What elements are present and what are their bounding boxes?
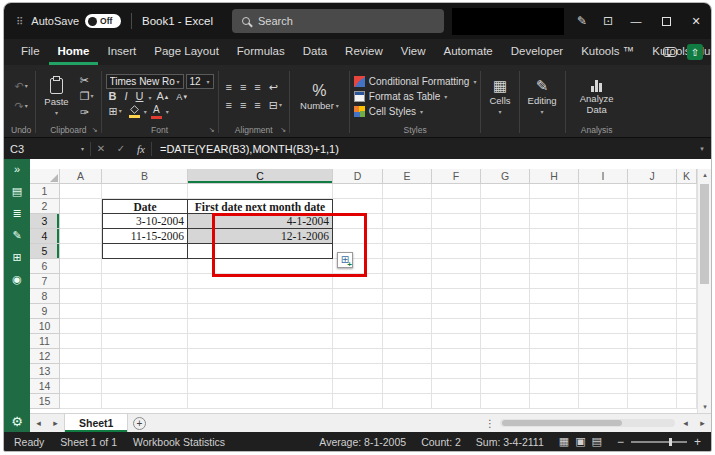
cell-J11[interactable]: [628, 334, 677, 349]
cell-A15[interactable]: [60, 394, 102, 409]
cell-A8[interactable]: [60, 289, 102, 304]
row-header-3[interactable]: 3: [30, 214, 60, 229]
close-button[interactable]: ✕: [681, 3, 711, 39]
confirm-entry-icon[interactable]: ✓: [111, 143, 131, 154]
cell-G12[interactable]: [481, 349, 530, 364]
top-align-button[interactable]: ≡: [223, 81, 235, 94]
cell-C3[interactable]: 4-1-2004: [188, 214, 333, 229]
cell-D2[interactable]: [333, 199, 383, 214]
cell-E6[interactable]: [383, 259, 432, 274]
cell-J8[interactable]: [628, 289, 677, 304]
zoom-slider[interactable]: [631, 441, 687, 443]
cell-E13[interactable]: [383, 364, 432, 379]
horizontal-scrollbar[interactable]: [500, 419, 675, 427]
search-box[interactable]: Search: [232, 9, 444, 33]
underline-chevron-icon[interactable]: ▾: [148, 94, 151, 101]
page-layout-view-icon[interactable]: ▣: [575, 436, 585, 447]
fill-color-chevron-icon[interactable]: ▾: [144, 108, 147, 115]
cell-I1[interactable]: [579, 184, 628, 199]
row-header-1[interactable]: 1: [30, 184, 60, 199]
column-header-F[interactable]: F: [432, 169, 481, 184]
cell-A14[interactable]: [60, 379, 102, 394]
cell-G14[interactable]: [481, 379, 530, 394]
cell-C12[interactable]: [188, 349, 333, 364]
center-button[interactable]: ≡: [237, 99, 249, 112]
cell-A3[interactable]: [60, 214, 102, 229]
zoom-slider-thumb[interactable]: [669, 438, 672, 446]
cell-F14[interactable]: [432, 379, 481, 394]
cell-J3[interactable]: [628, 214, 677, 229]
underline-button[interactable]: U: [133, 90, 147, 103]
app-launcher-icon[interactable]: ⠿: [4, 16, 31, 27]
font-color-chevron-icon[interactable]: ▾: [166, 108, 169, 115]
cell-C15[interactable]: [188, 394, 333, 409]
cell-B13[interactable]: [102, 364, 188, 379]
sheet-tab-sheet1[interactable]: Sheet1: [64, 414, 128, 432]
alignment-dialog-launcher-icon[interactable]: ↘: [280, 124, 286, 136]
cell-H14[interactable]: [530, 379, 579, 394]
edit-pane-icon[interactable]: ✎: [12, 230, 21, 241]
cell-E5[interactable]: [383, 244, 432, 259]
cell-B14[interactable]: [102, 379, 188, 394]
cell-B4[interactable]: 11-15-2006: [102, 229, 188, 244]
cell-I5[interactable]: [579, 244, 628, 259]
row-header-9[interactable]: 9: [30, 304, 60, 319]
align-left-button[interactable]: ≡: [223, 99, 235, 112]
cell-G8[interactable]: [481, 289, 530, 304]
cell-A7[interactable]: [60, 274, 102, 289]
cell-H6[interactable]: [530, 259, 579, 274]
cell-H7[interactable]: [530, 274, 579, 289]
cell-F12[interactable]: [432, 349, 481, 364]
cell-B7[interactable]: [102, 274, 188, 289]
cell-D1[interactable]: [333, 184, 383, 199]
formula-bar-expand-icon[interactable]: ▾: [693, 145, 711, 153]
collapse-pane-icon[interactable]: »: [14, 164, 20, 175]
cell-F2[interactable]: [432, 199, 481, 214]
cell-H9[interactable]: [530, 304, 579, 319]
cell-B12[interactable]: [102, 349, 188, 364]
row-header-15[interactable]: 15: [30, 394, 60, 409]
cell-K3[interactable]: [677, 214, 697, 229]
cell-J12[interactable]: [628, 349, 677, 364]
cell-I7[interactable]: [579, 274, 628, 289]
cell-G13[interactable]: [481, 364, 530, 379]
cell-E12[interactable]: [383, 349, 432, 364]
row-header-4[interactable]: 4: [30, 229, 60, 244]
row-header-6[interactable]: 6: [30, 259, 60, 274]
scroll-down-icon[interactable]: ▾: [698, 403, 711, 411]
cell-H5[interactable]: [530, 244, 579, 259]
cell-F11[interactable]: [432, 334, 481, 349]
cell-I4[interactable]: [579, 229, 628, 244]
cell-A13[interactable]: [60, 364, 102, 379]
cell-F15[interactable]: [432, 394, 481, 409]
cell-A12[interactable]: [60, 349, 102, 364]
cell-B11[interactable]: [102, 334, 188, 349]
cell-G5[interactable]: [481, 244, 530, 259]
cell-E10[interactable]: [383, 319, 432, 334]
cancel-entry-icon[interactable]: ✕: [91, 143, 111, 154]
column-header-A[interactable]: A: [60, 169, 102, 184]
decrease-font-button[interactable]: A▾: [173, 92, 190, 103]
font-size-select[interactable]: 12▾: [186, 74, 214, 89]
cell-J9[interactable]: [628, 304, 677, 319]
comments-icon[interactable]: [663, 47, 677, 57]
formula-input[interactable]: =DATE(YEAR(B3),MONTH(B3)+1,1): [152, 143, 693, 155]
tab-file[interactable]: File: [12, 39, 49, 65]
undo-button[interactable]: ↶▾: [12, 80, 31, 93]
tab-overflow-icon[interactable]: ⋮: [482, 414, 498, 432]
autofill-options-button[interactable]: ⊞ +: [337, 252, 353, 268]
format-painter-button[interactable]: ✑: [77, 106, 97, 119]
cell-J2[interactable]: [628, 199, 677, 214]
hscroll-left-icon[interactable]: ◂: [677, 414, 694, 432]
clipboard-dialog-launcher-icon[interactable]: ↘: [92, 124, 98, 136]
bold-button[interactable]: B: [106, 90, 120, 103]
cell-D15[interactable]: [333, 394, 383, 409]
cell-E7[interactable]: [383, 274, 432, 289]
cell-B10[interactable]: [102, 319, 188, 334]
cell-D13[interactable]: [333, 364, 383, 379]
cell-G15[interactable]: [481, 394, 530, 409]
cell-E11[interactable]: [383, 334, 432, 349]
cell-C5[interactable]: [188, 244, 333, 259]
vertical-scroll-thumb[interactable]: [700, 184, 709, 284]
column-header-B[interactable]: B: [102, 169, 188, 184]
